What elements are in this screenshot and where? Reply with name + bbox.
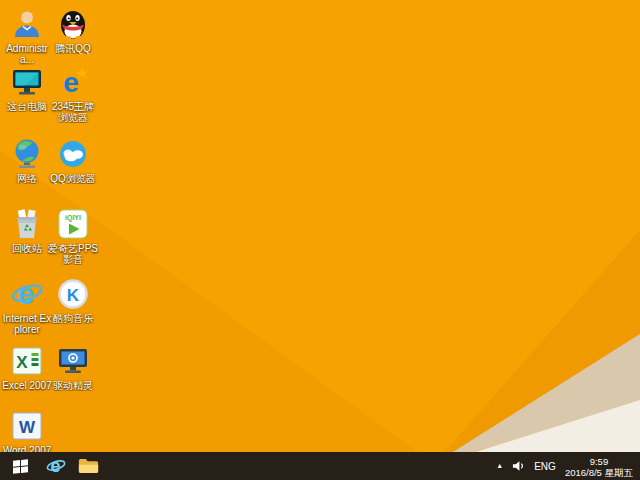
volume-button[interactable] (512, 460, 525, 472)
folder-icon (78, 457, 99, 475)
desktop: Administra... 这台电脑 网络 回收站 e Internet Exp… (0, 0, 640, 452)
desktop-icon-word-2007[interactable]: W Word 2007 (1, 408, 53, 456)
iqiyi-wordmark: iQIYI (65, 214, 81, 222)
desktop-icon-administrator[interactable]: Administra... (1, 6, 53, 65)
desktop-icon-label: 网络 (1, 173, 53, 184)
windows-logo-icon (13, 459, 28, 474)
desktop-icon-qq-browser[interactable]: QQ浏览器 (47, 136, 99, 184)
desktop-icon-excel-2007[interactable]: X Excel 2007 (1, 343, 53, 391)
desktop-icon-label: 这台电脑 (1, 101, 53, 112)
internet-explorer-icon: e (9, 276, 45, 312)
show-hidden-icons-button[interactable]: ▲ (496, 452, 503, 480)
desktop-icon-driver-genius[interactable]: 驱动精灵 (47, 343, 99, 391)
desktop-icon-label: 2345王牌浏览器 (47, 101, 99, 123)
this-pc-icon (9, 64, 45, 100)
taskbar: e ▲ ENG 9:59 2016/8/5 星期五 (0, 452, 640, 480)
desktop-icon-recycle-bin[interactable]: 回收站 (1, 206, 53, 254)
excel-letter: X (16, 353, 28, 372)
network-globe-icon (9, 136, 45, 172)
desktop-icon-label: Administra... (1, 43, 53, 65)
tray-clock[interactable]: 9:59 2016/8/5 星期五 (565, 454, 633, 478)
desktop-icon-network[interactable]: 网络 (1, 136, 53, 184)
desktop-icon-label: Excel 2007 (1, 380, 53, 391)
svg-text:e: e (50, 456, 60, 476)
speaker-icon (512, 460, 525, 472)
qq-browser-icon (55, 136, 91, 172)
kugou-icon: K (55, 276, 91, 312)
system-tray: ▲ ENG 9:59 2016/8/5 星期五 (496, 452, 640, 480)
desktop-icon-iqiyi-pps[interactable]: iQIYI 爱奇艺PPS影音 (47, 206, 99, 265)
desktop-icon-label: Internet Explorer (1, 313, 53, 335)
administrator-icon (9, 6, 45, 42)
driver-genius-icon (55, 343, 91, 379)
desktop-icon-kugou-music[interactable]: K 酷狗音乐 (47, 276, 99, 324)
desktop-icon-label: 驱动精灵 (47, 380, 99, 391)
clock-time: 9:59 (590, 456, 609, 467)
desktop-icon-label: 爱奇艺PPS影音 (47, 243, 99, 265)
recycle-bin-icon (9, 206, 45, 242)
desktop-icon-2345-browser[interactable]: e 2345王牌浏览器 (47, 64, 99, 123)
desktop-icon-this-pc[interactable]: 这台电脑 (1, 64, 53, 112)
ie-icon: e (45, 455, 67, 477)
desktop-icon-label: QQ浏览器 (47, 173, 99, 184)
iqiyi-pps-icon: iQIYI (55, 206, 91, 242)
desktop-icon-tencent-qq[interactable]: 腾讯QQ (47, 6, 99, 54)
desktop-icon-label: 酷狗音乐 (47, 313, 99, 324)
word-icon: W (9, 408, 45, 444)
2345-browser-icon: e (55, 64, 91, 100)
qq-penguin-icon (55, 6, 91, 42)
desktop-icon-label: 腾讯QQ (47, 43, 99, 54)
language-indicator[interactable]: ENG (534, 461, 556, 472)
desktop-icon-internet-explorer[interactable]: e Internet Explorer (1, 276, 53, 335)
word-letter: W (19, 418, 36, 437)
excel-icon: X (9, 343, 45, 379)
start-button[interactable] (0, 452, 40, 480)
kugou-letter: K (67, 286, 80, 305)
clock-date: 2016/8/5 星期五 (565, 467, 633, 478)
ie-letter: e (18, 277, 35, 310)
taskbar-file-explorer-icon[interactable] (72, 452, 104, 480)
taskbar-internet-explorer-icon[interactable]: e (40, 452, 72, 480)
desktop-icon-label: 回收站 (1, 243, 53, 254)
